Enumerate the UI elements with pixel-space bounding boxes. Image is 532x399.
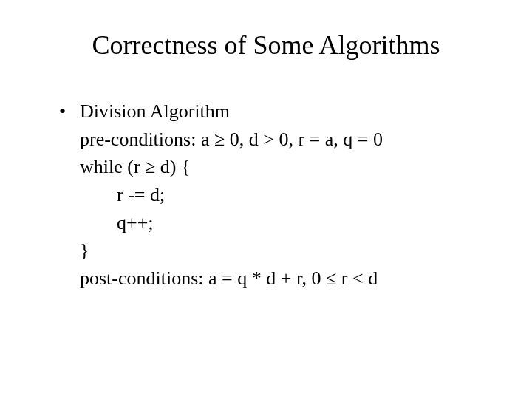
slide-container: Correctness of Some Algorithms Division … — [0, 0, 532, 322]
preconditions-line: pre-conditions: a ≥ 0, d > 0, r = a, q =… — [59, 126, 495, 154]
postconditions-line: post-conditions: a = q * d + r, 0 ≤ r < … — [59, 265, 495, 293]
close-brace-line: } — [59, 236, 495, 265]
bullet-heading: Division Algorithm — [59, 98, 495, 126]
r-decrement-line: r -= d; — [59, 181, 495, 209]
slide-content: Division Algorithm pre-conditions: a ≥ 0… — [37, 98, 495, 293]
while-line: while (r ≥ d) { — [59, 153, 495, 181]
q-increment-line: q++; — [59, 209, 495, 237]
slide-title: Correctness of Some Algorithms — [37, 30, 495, 61]
